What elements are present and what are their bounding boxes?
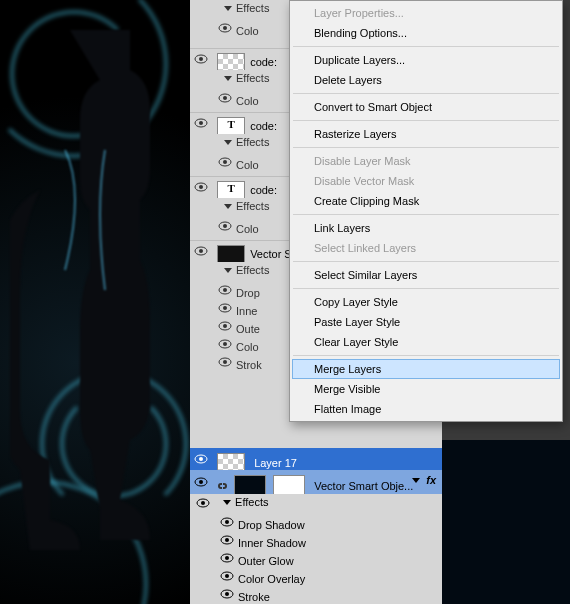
menu-item-paste-layer-style[interactable]: Paste Layer Style — [292, 312, 560, 332]
svg-point-23 — [223, 342, 227, 346]
svg-point-21 — [223, 324, 227, 328]
visibility-icon[interactable] — [194, 452, 208, 466]
fx-badge[interactable]: fx — [426, 474, 436, 486]
menu-item-create-clipping-mask[interactable]: Create Clipping Mask — [292, 191, 560, 211]
visibility-icon[interactable] — [194, 180, 208, 194]
visibility-icon[interactable] — [194, 116, 208, 130]
svg-point-29 — [199, 480, 203, 484]
svg-point-37 — [225, 556, 229, 560]
layer-name: Layer 17 — [254, 457, 297, 469]
svg-point-27 — [199, 457, 203, 461]
svg-point-9 — [223, 160, 227, 164]
layer-name: code: — [250, 56, 277, 68]
menu-item-blending-options[interactable]: Blending Options... — [292, 23, 560, 43]
svg-point-13 — [223, 224, 227, 228]
menu-item-delete-layers[interactable]: Delete Layers — [292, 70, 560, 90]
layer-name: code: — [250, 184, 277, 196]
svg-point-3 — [199, 57, 203, 61]
visibility-icon[interactable] — [220, 587, 234, 601]
visibility-icon[interactable] — [220, 551, 234, 565]
menu-item-rasterize-layers[interactable]: Rasterize Layers — [292, 124, 560, 144]
visibility-icon[interactable] — [218, 155, 232, 169]
svg-point-1 — [223, 26, 227, 30]
svg-point-35 — [225, 538, 229, 542]
menu-separator — [293, 288, 559, 289]
svg-point-17 — [223, 288, 227, 292]
menu-separator — [293, 120, 559, 121]
visibility-icon[interactable] — [218, 319, 232, 333]
visibility-icon[interactable] — [220, 569, 234, 583]
visibility-icon[interactable] — [194, 244, 208, 258]
layer-name: code: — [250, 120, 277, 132]
svg-point-41 — [225, 592, 229, 596]
svg-point-5 — [223, 96, 227, 100]
menu-separator — [293, 261, 559, 262]
visibility-icon[interactable] — [194, 475, 208, 489]
layer-effect-item[interactable]: Stroke — [190, 584, 442, 602]
menu-separator — [293, 355, 559, 356]
visibility-icon[interactable] — [196, 496, 210, 510]
svg-point-11 — [199, 185, 203, 189]
visibility-icon[interactable] — [220, 515, 234, 529]
menu-item-merge-layers[interactable]: Merge Layers — [292, 359, 560, 379]
layer-effect-item[interactable]: Outer Glow — [190, 548, 442, 566]
menu-separator — [293, 46, 559, 47]
layer-effects-header[interactable]: Effects — [190, 494, 442, 512]
menu-item-duplicate-layers[interactable]: Duplicate Layers... — [292, 50, 560, 70]
menu-item-disable-layer-mask: Disable Layer Mask — [292, 151, 560, 171]
svg-point-7 — [199, 121, 203, 125]
canvas-preview — [0, 0, 190, 604]
visibility-icon[interactable] — [218, 91, 232, 105]
chevron-down-icon[interactable] — [412, 478, 420, 483]
menu-item-copy-layer-style[interactable]: Copy Layer Style — [292, 292, 560, 312]
visibility-icon[interactable] — [218, 337, 232, 351]
layer-context-menu: Layer Properties...Blending Options...Du… — [289, 0, 563, 422]
svg-point-33 — [225, 520, 229, 524]
visibility-icon[interactable] — [218, 21, 232, 35]
svg-point-15 — [199, 249, 203, 253]
menu-item-select-linked-layers: Select Linked Layers — [292, 238, 560, 258]
menu-separator — [293, 93, 559, 94]
visibility-icon[interactable] — [218, 355, 232, 369]
svg-point-19 — [223, 306, 227, 310]
layer-effect-item[interactable]: Color Overlay — [190, 566, 442, 584]
menu-separator — [293, 214, 559, 215]
menu-item-merge-visible[interactable]: Merge Visible — [292, 379, 560, 399]
svg-point-31 — [201, 501, 205, 505]
menu-item-link-layers[interactable]: Link Layers — [292, 218, 560, 238]
layer-name: Vector S — [250, 248, 292, 260]
character-silhouette — [0, 30, 180, 570]
svg-point-39 — [225, 574, 229, 578]
visibility-icon[interactable] — [218, 301, 232, 315]
menu-item-convert-to-smart-object[interactable]: Convert to Smart Object — [292, 97, 560, 117]
link-icon[interactable] — [215, 479, 229, 493]
visibility-icon[interactable] — [194, 52, 208, 66]
menu-separator — [293, 147, 559, 148]
layer-effect-item[interactable]: Inner Shadow — [190, 530, 442, 548]
visibility-icon[interactable] — [220, 533, 234, 547]
visibility-icon[interactable] — [218, 219, 232, 233]
menu-item-layer-properties: Layer Properties... — [292, 3, 560, 23]
visibility-icon[interactable] — [218, 283, 232, 297]
selected-layer-row[interactable]: Layer 17 — [190, 448, 442, 470]
layer-effect-item[interactable]: Drop Shadow — [190, 512, 442, 530]
canvas-dark — [442, 440, 570, 604]
selected-layer-row[interactable]: Vector Smart Obje... fx — [190, 470, 442, 494]
menu-item-select-similar-layers[interactable]: Select Similar Layers — [292, 265, 560, 285]
menu-item-clear-layer-style[interactable]: Clear Layer Style — [292, 332, 560, 352]
menu-item-flatten-image[interactable]: Flatten Image — [292, 399, 560, 419]
menu-item-disable-vector-mask: Disable Vector Mask — [292, 171, 560, 191]
svg-point-25 — [223, 360, 227, 364]
layer-name: Vector Smart Obje... — [314, 480, 413, 492]
